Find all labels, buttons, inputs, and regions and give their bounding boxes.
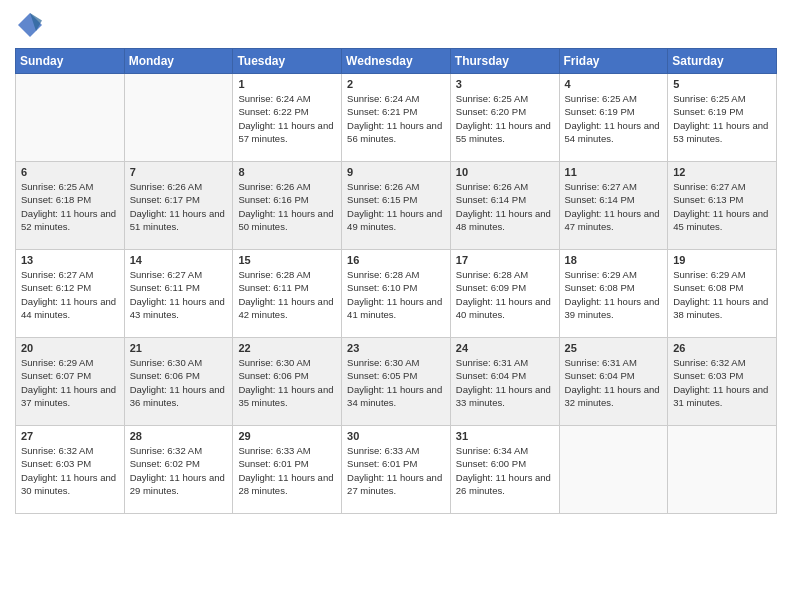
day-info: Sunrise: 6:26 AMSunset: 6:14 PMDaylight:… (456, 180, 554, 233)
calendar-cell: 23Sunrise: 6:30 AMSunset: 6:05 PMDayligh… (342, 338, 451, 426)
day-info: Sunrise: 6:34 AMSunset: 6:00 PMDaylight:… (456, 444, 554, 497)
calendar-cell: 13Sunrise: 6:27 AMSunset: 6:12 PMDayligh… (16, 250, 125, 338)
logo-icon (15, 10, 45, 40)
day-info: Sunrise: 6:29 AMSunset: 6:08 PMDaylight:… (565, 268, 663, 321)
day-number: 24 (456, 342, 554, 354)
day-info: Sunrise: 6:24 AMSunset: 6:21 PMDaylight:… (347, 92, 445, 145)
day-number: 23 (347, 342, 445, 354)
day-number: 9 (347, 166, 445, 178)
weekday-header: Tuesday (233, 49, 342, 74)
calendar-cell: 19Sunrise: 6:29 AMSunset: 6:08 PMDayligh… (668, 250, 777, 338)
day-number: 1 (238, 78, 336, 90)
day-number: 7 (130, 166, 228, 178)
day-info: Sunrise: 6:30 AMSunset: 6:06 PMDaylight:… (130, 356, 228, 409)
day-info: Sunrise: 6:28 AMSunset: 6:10 PMDaylight:… (347, 268, 445, 321)
day-info: Sunrise: 6:27 AMSunset: 6:14 PMDaylight:… (565, 180, 663, 233)
day-info: Sunrise: 6:31 AMSunset: 6:04 PMDaylight:… (565, 356, 663, 409)
day-info: Sunrise: 6:25 AMSunset: 6:19 PMDaylight:… (673, 92, 771, 145)
day-number: 18 (565, 254, 663, 266)
calendar-cell: 22Sunrise: 6:30 AMSunset: 6:06 PMDayligh… (233, 338, 342, 426)
page: SundayMondayTuesdayWednesdayThursdayFrid… (0, 0, 792, 612)
calendar-cell: 14Sunrise: 6:27 AMSunset: 6:11 PMDayligh… (124, 250, 233, 338)
calendar-cell: 3Sunrise: 6:25 AMSunset: 6:20 PMDaylight… (450, 74, 559, 162)
day-number: 31 (456, 430, 554, 442)
calendar-week-row: 1Sunrise: 6:24 AMSunset: 6:22 PMDaylight… (16, 74, 777, 162)
day-info: Sunrise: 6:28 AMSunset: 6:09 PMDaylight:… (456, 268, 554, 321)
calendar-cell: 29Sunrise: 6:33 AMSunset: 6:01 PMDayligh… (233, 426, 342, 514)
weekday-header: Friday (559, 49, 668, 74)
calendar-cell: 8Sunrise: 6:26 AMSunset: 6:16 PMDaylight… (233, 162, 342, 250)
calendar-cell: 10Sunrise: 6:26 AMSunset: 6:14 PMDayligh… (450, 162, 559, 250)
day-info: Sunrise: 6:26 AMSunset: 6:17 PMDaylight:… (130, 180, 228, 233)
day-info: Sunrise: 6:32 AMSunset: 6:02 PMDaylight:… (130, 444, 228, 497)
calendar-cell: 31Sunrise: 6:34 AMSunset: 6:00 PMDayligh… (450, 426, 559, 514)
calendar-cell: 5Sunrise: 6:25 AMSunset: 6:19 PMDaylight… (668, 74, 777, 162)
day-info: Sunrise: 6:26 AMSunset: 6:15 PMDaylight:… (347, 180, 445, 233)
weekday-header: Thursday (450, 49, 559, 74)
calendar-week-row: 13Sunrise: 6:27 AMSunset: 6:12 PMDayligh… (16, 250, 777, 338)
calendar-week-row: 27Sunrise: 6:32 AMSunset: 6:03 PMDayligh… (16, 426, 777, 514)
weekday-header: Saturday (668, 49, 777, 74)
day-number: 22 (238, 342, 336, 354)
calendar-cell (16, 74, 125, 162)
day-number: 5 (673, 78, 771, 90)
day-number: 16 (347, 254, 445, 266)
calendar-header-row: SundayMondayTuesdayWednesdayThursdayFrid… (16, 49, 777, 74)
day-number: 30 (347, 430, 445, 442)
day-number: 21 (130, 342, 228, 354)
day-number: 2 (347, 78, 445, 90)
day-number: 3 (456, 78, 554, 90)
day-info: Sunrise: 6:33 AMSunset: 6:01 PMDaylight:… (347, 444, 445, 497)
calendar-cell (559, 426, 668, 514)
day-number: 28 (130, 430, 228, 442)
calendar-cell: 16Sunrise: 6:28 AMSunset: 6:10 PMDayligh… (342, 250, 451, 338)
day-info: Sunrise: 6:32 AMSunset: 6:03 PMDaylight:… (21, 444, 119, 497)
day-info: Sunrise: 6:30 AMSunset: 6:05 PMDaylight:… (347, 356, 445, 409)
day-info: Sunrise: 6:33 AMSunset: 6:01 PMDaylight:… (238, 444, 336, 497)
calendar-cell: 15Sunrise: 6:28 AMSunset: 6:11 PMDayligh… (233, 250, 342, 338)
day-info: Sunrise: 6:32 AMSunset: 6:03 PMDaylight:… (673, 356, 771, 409)
weekday-header: Monday (124, 49, 233, 74)
day-info: Sunrise: 6:27 AMSunset: 6:13 PMDaylight:… (673, 180, 771, 233)
day-info: Sunrise: 6:29 AMSunset: 6:07 PMDaylight:… (21, 356, 119, 409)
calendar-cell: 30Sunrise: 6:33 AMSunset: 6:01 PMDayligh… (342, 426, 451, 514)
calendar-week-row: 20Sunrise: 6:29 AMSunset: 6:07 PMDayligh… (16, 338, 777, 426)
day-info: Sunrise: 6:30 AMSunset: 6:06 PMDaylight:… (238, 356, 336, 409)
calendar-cell: 12Sunrise: 6:27 AMSunset: 6:13 PMDayligh… (668, 162, 777, 250)
calendar-cell: 4Sunrise: 6:25 AMSunset: 6:19 PMDaylight… (559, 74, 668, 162)
day-number: 27 (21, 430, 119, 442)
weekday-header: Wednesday (342, 49, 451, 74)
day-info: Sunrise: 6:26 AMSunset: 6:16 PMDaylight:… (238, 180, 336, 233)
calendar-cell (668, 426, 777, 514)
day-info: Sunrise: 6:25 AMSunset: 6:18 PMDaylight:… (21, 180, 119, 233)
day-number: 12 (673, 166, 771, 178)
calendar-cell: 1Sunrise: 6:24 AMSunset: 6:22 PMDaylight… (233, 74, 342, 162)
day-number: 4 (565, 78, 663, 90)
day-info: Sunrise: 6:27 AMSunset: 6:11 PMDaylight:… (130, 268, 228, 321)
logo (15, 10, 49, 40)
header (15, 10, 777, 40)
day-number: 17 (456, 254, 554, 266)
day-info: Sunrise: 6:31 AMSunset: 6:04 PMDaylight:… (456, 356, 554, 409)
day-info: Sunrise: 6:25 AMSunset: 6:19 PMDaylight:… (565, 92, 663, 145)
calendar-cell: 24Sunrise: 6:31 AMSunset: 6:04 PMDayligh… (450, 338, 559, 426)
day-number: 11 (565, 166, 663, 178)
day-number: 6 (21, 166, 119, 178)
calendar-cell: 6Sunrise: 6:25 AMSunset: 6:18 PMDaylight… (16, 162, 125, 250)
calendar-cell: 25Sunrise: 6:31 AMSunset: 6:04 PMDayligh… (559, 338, 668, 426)
calendar-table: SundayMondayTuesdayWednesdayThursdayFrid… (15, 48, 777, 514)
day-number: 19 (673, 254, 771, 266)
day-info: Sunrise: 6:24 AMSunset: 6:22 PMDaylight:… (238, 92, 336, 145)
calendar-cell (124, 74, 233, 162)
calendar-week-row: 6Sunrise: 6:25 AMSunset: 6:18 PMDaylight… (16, 162, 777, 250)
day-number: 26 (673, 342, 771, 354)
day-info: Sunrise: 6:29 AMSunset: 6:08 PMDaylight:… (673, 268, 771, 321)
calendar-cell: 21Sunrise: 6:30 AMSunset: 6:06 PMDayligh… (124, 338, 233, 426)
calendar-cell: 9Sunrise: 6:26 AMSunset: 6:15 PMDaylight… (342, 162, 451, 250)
calendar-cell: 28Sunrise: 6:32 AMSunset: 6:02 PMDayligh… (124, 426, 233, 514)
calendar-cell: 17Sunrise: 6:28 AMSunset: 6:09 PMDayligh… (450, 250, 559, 338)
calendar-cell: 2Sunrise: 6:24 AMSunset: 6:21 PMDaylight… (342, 74, 451, 162)
day-info: Sunrise: 6:28 AMSunset: 6:11 PMDaylight:… (238, 268, 336, 321)
day-number: 29 (238, 430, 336, 442)
day-number: 25 (565, 342, 663, 354)
